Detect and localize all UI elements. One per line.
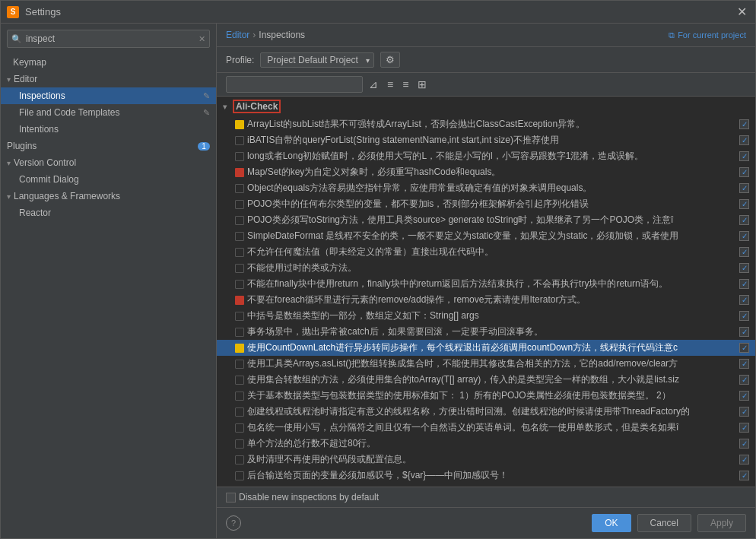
inspection-checkbox[interactable] [739, 327, 749, 337]
table-row[interactable]: 不允许任何魔法值（即未经定义的常量）直接出现在代码中。 [217, 244, 755, 260]
severity-dot [235, 312, 244, 321]
inspection-checkbox[interactable] [739, 423, 749, 433]
profile-select[interactable]: Project Default Project [260, 52, 374, 68]
table-row[interactable]: 不要在foreach循环里进行元素的remove/add操作，remove元素请… [217, 292, 755, 308]
disable-inspections-label[interactable]: Disable new inspections by default [226, 492, 379, 503]
inspection-checkbox[interactable] [739, 407, 749, 417]
inspection-checkbox[interactable] [739, 151, 749, 161]
table-row[interactable]: 事务场景中，抛出异常被catch后，如果需要回滚，一定要手动回滚事务。 [217, 324, 755, 340]
inspection-checkbox[interactable] [739, 231, 749, 241]
table-row[interactable]: SimpleDateFormat 是线程不安全的类，一般不要定义为static变… [217, 228, 755, 244]
inspection-checkbox[interactable] [739, 391, 749, 401]
severity-dot [235, 264, 244, 273]
inspection-checkbox[interactable] [739, 375, 749, 385]
inspection-checkbox[interactable] [739, 295, 749, 305]
group-header-ali-check[interactable]: ▾ Ali-Check [217, 97, 755, 116]
disable-inspections-checkbox[interactable] [226, 493, 236, 503]
table-row[interactable]: 关于基本数据类型与包装数据类型的使用标准如下： 1）所有的POJO类属性必须使用… [217, 388, 755, 404]
sidebar-item-reactor[interactable]: Reactor [1, 205, 216, 221]
inspection-checkbox[interactable] [739, 311, 749, 321]
settings-window: S Settings ✕ 🔍 ✕ Keymap ▾ Editor I [0, 0, 756, 539]
severity-dot [235, 423, 244, 433]
search-box: 🔍 ✕ [7, 30, 210, 48]
table-row[interactable]: Object的equals方法容易抛空指针异常，应使用常量或确定有值的对象来调用… [217, 180, 755, 196]
table-row[interactable]: 不能在finally块中使用return，finally块中的return返回后… [217, 276, 755, 292]
action-buttons: ? OK Cancel Apply [217, 507, 755, 538]
severity-dot [235, 120, 244, 129]
inspection-text: 单个方法的总行数不超过80行。 [247, 437, 733, 450]
sidebar-item-languages-frameworks[interactable]: ▾ Languages & Frameworks [1, 188, 216, 205]
filter-button[interactable]: ⊿ [366, 77, 381, 92]
table-row[interactable]: 及时清理不再使用的代码段或配置信息。 [217, 452, 755, 468]
profile-gear-button[interactable]: ⚙ [380, 52, 400, 68]
group-button[interactable]: ⊞ [415, 77, 430, 92]
inspections-toolbar: ⊿ ≡ ≡ ⊞ [217, 73, 755, 97]
collapse-all-button[interactable]: ≡ [399, 77, 411, 92]
inspection-checkbox[interactable] [739, 471, 749, 480]
main-header: Editor › Inspections ⧉ For current proje… [217, 24, 755, 47]
table-row[interactable]: 使用CountDownLatch进行异步转同步操作，每个线程退出前必须调用cou… [217, 340, 755, 356]
sidebar-tree: Keymap ▾ Editor Inspections ✎ File and C… [1, 54, 216, 538]
table-row[interactable]: 使用工具类Arrays.asList()把数组转换成集合时，不能使用其修改集合相… [217, 356, 755, 372]
inspection-text: POJO类中的任何布尔类型的变量，都不要加is，否则部分框架解析会引起序列化错误 [247, 198, 733, 211]
inspection-checkbox[interactable] [739, 183, 749, 193]
breadcrumb-editor[interactable]: Editor [226, 30, 249, 40]
table-row[interactable]: long或者Long初始赋值时，必须使用大写的L，不能是小写的l，小写容易跟数字… [217, 148, 755, 164]
inspection-checkbox[interactable] [739, 359, 749, 369]
table-row[interactable]: 后台输送给页面的变量必须加感叹号，${var}——中间加感叹号！ [217, 468, 755, 484]
inspection-checkbox[interactable] [739, 215, 749, 225]
table-row[interactable]: POJO类中的任何布尔类型的变量，都不要加is，否则部分框架解析会引起序列化错误 [217, 196, 755, 212]
inspection-checkbox[interactable] [739, 439, 749, 449]
table-row[interactable]: 单个方法的总行数不超过80行。 [217, 436, 755, 452]
table-row[interactable]: 使用集合转数组的方法，必须使用集合的toArray(T[] array)，传入的… [217, 372, 755, 388]
severity-dot [235, 280, 244, 289]
inspection-text: SimpleDateFormat 是线程不安全的类，一般不要定义为static变… [247, 230, 733, 243]
sidebar-item-keymap[interactable]: Keymap [1, 54, 216, 71]
inspection-checkbox[interactable] [739, 263, 749, 273]
intentions-label: Intentions [19, 124, 59, 135]
inspection-checkbox[interactable] [739, 167, 749, 177]
table-row[interactable]: 包名统一使用小写，点分隔符之间且仅有一个自然语义的英语单词。包名统一使用单数形式… [217, 420, 755, 436]
table-row[interactable]: 创建线程或线程池时请指定有意义的线程名称，方便出错时回溯。创建线程池的时候请使用… [217, 404, 755, 420]
sidebar-item-plugins[interactable]: Plugins 1 [1, 138, 216, 154]
table-row[interactable]: POJO类必须写toString方法，使用工具类source> generate… [217, 212, 755, 228]
inspection-text: long或者Long初始赋值时，必须使用大写的L，不能是小写的l，小写容易跟数字… [247, 150, 733, 163]
severity-dot [235, 407, 244, 417]
for-current-project-link[interactable]: ⧉ For current project [669, 30, 746, 40]
clear-search-icon[interactable]: ✕ [199, 34, 205, 44]
sidebar-item-commit-dialog[interactable]: Commit Dialog [1, 171, 216, 188]
table-row[interactable]: 中括号是数组类型的一部分，数组定义如下：String[] args [217, 308, 755, 324]
inspection-checkbox[interactable] [739, 199, 749, 209]
sidebar-item-file-and-code-templates[interactable]: File and Code Templates ✎ [1, 104, 216, 121]
sidebar-item-editor[interactable]: ▾ Editor [1, 71, 216, 87]
severity-dot [235, 360, 244, 369]
table-row[interactable]: 不能使用过时的类或方法。 [217, 260, 755, 276]
severity-dot [235, 184, 244, 193]
table-row[interactable]: Map/Set的key为自定义对象时，必须重写hashCode和equals。 [217, 164, 755, 180]
inspection-checkbox[interactable] [739, 135, 749, 145]
inspection-checkbox[interactable] [739, 343, 749, 353]
plugins-label: Plugins [7, 141, 37, 151]
cancel-button[interactable]: Cancel [637, 514, 691, 532]
severity-dot [235, 439, 244, 449]
ok-button[interactable]: OK [592, 514, 631, 532]
profile-label: Profile: [226, 55, 254, 65]
sidebar-item-inspections[interactable]: Inspections ✎ [1, 87, 216, 104]
inspection-checkbox[interactable] [739, 247, 749, 257]
inspection-checkbox[interactable] [739, 119, 749, 129]
expand-all-button[interactable]: ≡ [384, 77, 396, 92]
lf-expand-icon: ▾ [7, 192, 11, 201]
sidebar-item-intentions[interactable]: Intentions [1, 121, 216, 138]
inspection-checkbox[interactable] [739, 455, 749, 464]
inspection-text: 及时清理不再使用的代码段或配置信息。 [247, 453, 733, 466]
inspection-checkbox[interactable] [739, 279, 749, 289]
inspections-search-input[interactable] [226, 76, 363, 93]
inspection-text: POJO类必须写toString方法，使用工具类source> generate… [247, 214, 733, 227]
close-button[interactable]: ✕ [734, 5, 749, 20]
sidebar-item-version-control[interactable]: ▾ Version Control [1, 154, 216, 171]
help-button[interactable]: ? [226, 515, 241, 531]
table-row[interactable]: ArrayList的subList结果不可强转成ArrayList，否则会抛出C… [217, 116, 755, 132]
search-input[interactable] [7, 30, 210, 48]
apply-button[interactable]: Apply [697, 514, 746, 532]
table-row[interactable]: iBATIS自带的queryForList(String statementNa… [217, 132, 755, 148]
